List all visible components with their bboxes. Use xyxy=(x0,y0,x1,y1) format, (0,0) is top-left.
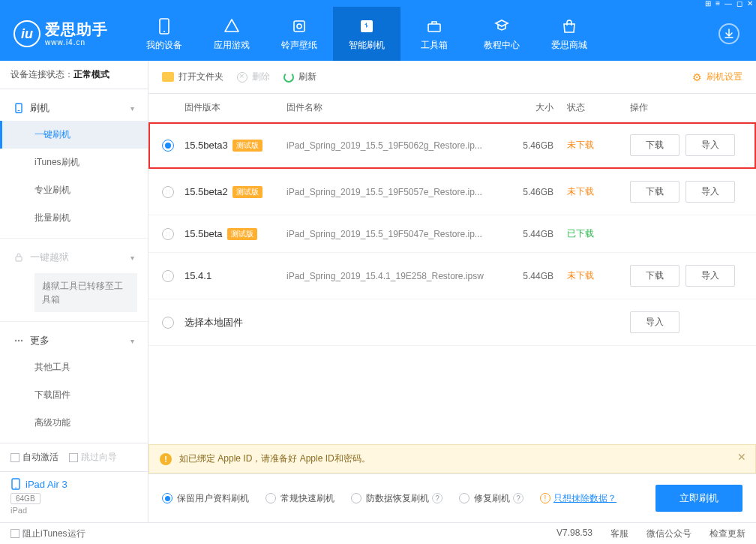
table-header: 固件版本 固件名称 大小 状态 操作 xyxy=(148,94,756,122)
row-version: 15.5beta3测试版 xyxy=(184,140,286,152)
table-row[interactable]: 15.4.1iPad_Spring_2019_15.4.1_19E258_Res… xyxy=(148,253,756,299)
skip-guide-checkbox[interactable]: 跳过向导 xyxy=(69,451,117,464)
sidebar-item-3[interactable]: 批量刷机 xyxy=(0,204,148,232)
flash-icon xyxy=(14,103,24,113)
flash-radio[interactable] xyxy=(162,493,172,503)
flash-settings-button[interactable]: ⚙刷机设置 xyxy=(692,71,742,83)
row-radio[interactable] xyxy=(162,317,174,329)
sidebar-head-flash-label: 刷机 xyxy=(30,101,50,115)
flash-option-1[interactable]: 常规快速刷机 xyxy=(266,492,334,505)
flash-radio[interactable] xyxy=(459,493,470,503)
delete-icon xyxy=(237,72,248,83)
table-row[interactable]: 15.5beta2测试版iPad_Spring_2019_15.5_19F505… xyxy=(148,169,756,215)
device-name[interactable]: iPad Air 3 xyxy=(10,478,137,490)
help-icon[interactable]: ? xyxy=(513,493,524,503)
wechat-link[interactable]: 微信公众号 xyxy=(646,527,692,540)
col-status: 状态 xyxy=(562,101,622,114)
ringtones-icon xyxy=(290,17,309,36)
nav-tutorial[interactable]: 教程中心 xyxy=(468,7,536,61)
delete-button: 删除 xyxy=(237,71,270,83)
sidebar-more-item-2[interactable]: 高级功能 xyxy=(0,409,148,437)
sidebar-item-1[interactable]: iTunes刷机 xyxy=(0,149,148,176)
import-button[interactable]: 导入 xyxy=(686,134,735,156)
connection-status: 设备连接状态：正常模式 xyxy=(0,61,148,89)
sidebar-head-flash[interactable]: 刷机 ▾ xyxy=(0,95,148,121)
row-version: 15.5beta2测试版 xyxy=(184,186,286,198)
svg-point-1 xyxy=(164,31,165,32)
nav-toolbox[interactable]: 工具箱 xyxy=(400,7,468,61)
row-size: 5.44GB xyxy=(502,271,562,281)
close-banner-icon[interactable]: ✕ xyxy=(737,451,746,463)
tutorial-icon xyxy=(492,17,512,36)
row-radio[interactable] xyxy=(162,270,174,282)
nav-label: 智能刷机 xyxy=(349,39,385,52)
nav-my-device[interactable]: 我的设备 xyxy=(130,7,198,61)
header: iu 爱思助手 www.i4.cn 我的设备应用游戏铃声壁纸智能刷机工具箱教程中… xyxy=(0,7,756,61)
support-link[interactable]: 客服 xyxy=(610,527,628,540)
nav-label: 铃声壁纸 xyxy=(281,39,317,52)
chevron-down-icon: ▾ xyxy=(130,337,134,345)
row-status: 未下载 xyxy=(562,185,622,198)
import-button[interactable]: 导入 xyxy=(686,265,735,287)
refresh-button[interactable]: 刷新 xyxy=(284,71,316,83)
beta-tag: 测试版 xyxy=(232,140,262,152)
import-button[interactable]: 导入 xyxy=(686,181,735,203)
row-filename: iPad_Spring_2019_15.5_19F5062g_Restore.i… xyxy=(286,140,502,151)
flash-radio[interactable] xyxy=(351,493,362,503)
nav-label: 应用游戏 xyxy=(214,39,250,52)
sidebar-item-0[interactable]: 一键刷机 xyxy=(0,121,148,149)
row-size: 5.46GB xyxy=(502,140,562,151)
jailbreak-note: 越狱工具已转移至工具箱 xyxy=(34,273,137,312)
svg-point-11 xyxy=(21,340,22,341)
svg-rect-8 xyxy=(16,257,22,261)
nav-smart-flash[interactable]: 智能刷机 xyxy=(333,7,400,61)
flash-option-3[interactable]: 修复刷机? xyxy=(459,492,524,505)
sidebar-more-item-1[interactable]: 下载固件 xyxy=(0,381,148,409)
download-button[interactable]: 下载 xyxy=(630,181,680,203)
row-version: 选择本地固件 xyxy=(184,316,286,329)
help-icon[interactable]: ? xyxy=(432,493,442,503)
flash-option-0[interactable]: 保留用户资料刷机 xyxy=(162,492,249,505)
row-radio[interactable] xyxy=(162,186,174,198)
table-row[interactable]: 15.5beta测试版iPad_Spring_2019_15.5_19F5047… xyxy=(148,215,756,253)
banner-text: 如已绑定 Apple ID，请准备好 Apple ID和密码。 xyxy=(179,452,370,465)
logo-subtitle: www.i4.cn xyxy=(45,38,108,47)
auto-activate-checkbox[interactable]: 自动激活 xyxy=(10,451,58,464)
flash-options-bar: 保留用户资料刷机常规快速刷机防数据恢复刷机?修复刷机? !只想抹除数据？ 立即刷… xyxy=(148,473,756,522)
sidebar-more-item-0[interactable]: 其他工具 xyxy=(0,353,148,381)
svg-rect-6 xyxy=(16,104,22,113)
nav-ringtones[interactable]: 铃声壁纸 xyxy=(266,7,333,61)
nav-app-games[interactable]: 应用游戏 xyxy=(198,7,266,61)
nav-mall[interactable]: 爱思商城 xyxy=(536,7,603,61)
sidebar-head-more[interactable]: 更多 ▾ xyxy=(0,328,148,353)
download-button[interactable]: 下载 xyxy=(630,134,680,156)
flash-now-button[interactable]: 立即刷机 xyxy=(656,485,742,512)
mall-icon xyxy=(560,17,579,36)
sidebar-item-2[interactable]: 专业刷机 xyxy=(0,176,148,204)
block-itunes-checkbox[interactable]: 阻止iTunes运行 xyxy=(10,527,86,540)
col-name: 固件名称 xyxy=(286,101,502,114)
folder-icon xyxy=(162,72,174,82)
row-radio[interactable] xyxy=(162,140,174,152)
import-button[interactable]: 导入 xyxy=(630,311,680,333)
gear-icon: ⚙ xyxy=(692,71,702,83)
appleid-warning-banner: ! 如已绑定 Apple ID，请准备好 Apple ID和密码。 ✕ xyxy=(148,444,756,473)
row-size: 5.44GB xyxy=(502,229,562,239)
erase-data-link[interactable]: 只想抹除数据？ xyxy=(554,492,616,505)
flash-radio[interactable] xyxy=(266,493,276,503)
check-update-link[interactable]: 检查更新 xyxy=(710,527,746,540)
open-folder-button[interactable]: 打开文件夹 xyxy=(162,71,224,83)
flash-option-2[interactable]: 防数据恢复刷机? xyxy=(351,492,442,505)
svg-point-9 xyxy=(15,340,16,341)
table-row[interactable]: 选择本地固件导入 xyxy=(148,299,756,346)
my-device-icon xyxy=(154,17,174,36)
table-row[interactable]: 15.5beta3测试版iPad_Spring_2019_15.5_19F506… xyxy=(148,122,756,169)
row-radio[interactable] xyxy=(162,228,174,240)
download-icon[interactable] xyxy=(718,23,740,44)
svg-point-3 xyxy=(297,24,302,29)
storage-badge: 64GB xyxy=(10,493,40,504)
svg-rect-2 xyxy=(294,21,304,32)
nav-label: 工具箱 xyxy=(421,39,448,52)
row-filename: iPad_Spring_2019_15.5_19F5057e_Restore.i… xyxy=(286,187,502,197)
download-button[interactable]: 下载 xyxy=(630,265,680,287)
